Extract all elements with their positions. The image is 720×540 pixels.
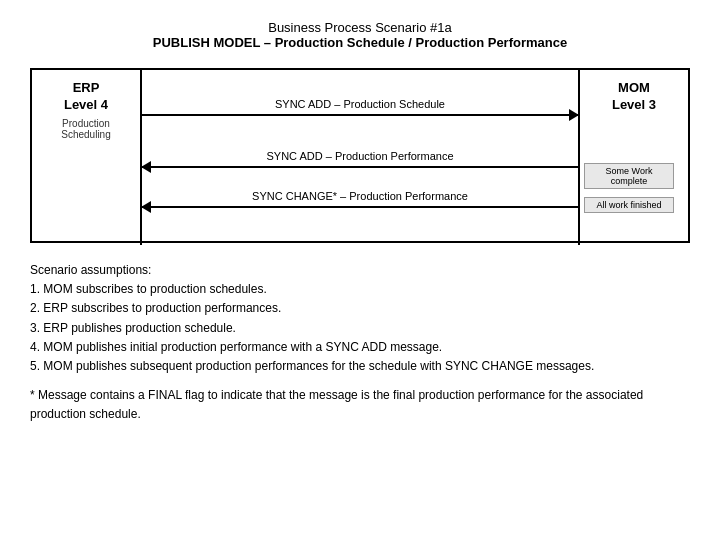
scenario-point-2: 2. ERP subscribes to production performa…: [30, 301, 281, 315]
arrow-row-2: SYNC ADD – Production Performance: [142, 150, 578, 170]
diagram-area: ERPLevel 4 ProductionScheduling MOMLevel…: [30, 68, 690, 243]
arrow2-head: [141, 161, 151, 173]
scenario-point-5: 5. MOM publishes subsequent production p…: [30, 359, 594, 373]
status-badges: Some Work complete All work finished: [578, 70, 688, 245]
scenario-footnote: * Message contains a FINAL flag to indic…: [30, 386, 690, 424]
scenario-point-1: 1. MOM subscribes to production schedule…: [30, 282, 267, 296]
arrow3-label: SYNC CHANGE* – Production Performance: [142, 190, 578, 202]
arrow3-head: [141, 201, 151, 213]
erp-subtitle: ProductionScheduling: [61, 118, 110, 140]
arrow-row-1: SYNC ADD – Production Schedule: [142, 98, 578, 118]
arrow2-line: [142, 166, 578, 168]
badge-some-work: Some Work complete: [584, 163, 674, 189]
middle-area: SYNC ADD – Production Schedule SYNC ADD …: [142, 70, 578, 241]
scenario-text: Scenario assumptions: 1. MOM subscribes …: [30, 261, 690, 425]
erp-box: ERPLevel 4 ProductionScheduling: [32, 70, 142, 245]
title-line2: PUBLISH MODEL – Production Schedule / Pr…: [30, 35, 690, 50]
scenario-heading: Scenario assumptions:: [30, 263, 151, 277]
arrow1-line: [142, 114, 578, 116]
title-section: Business Process Scenario #1a PUBLISH MO…: [30, 20, 690, 50]
title-line1: Business Process Scenario #1a: [30, 20, 690, 35]
scenario-point-3: 3. ERP publishes production schedule.: [30, 321, 236, 335]
scenario-point-4: 4. MOM publishes initial production perf…: [30, 340, 442, 354]
scenario-intro: Scenario assumptions: 1. MOM subscribes …: [30, 261, 690, 376]
badge-all-work: All work finished: [584, 197, 674, 213]
page: Business Process Scenario #1a PUBLISH MO…: [0, 0, 720, 540]
arrow3-line: [142, 206, 578, 208]
arrow1-label: SYNC ADD – Production Schedule: [142, 98, 578, 110]
arrow-row-3: SYNC CHANGE* – Production Performance: [142, 190, 578, 210]
arrow2-label: SYNC ADD – Production Performance: [142, 150, 578, 162]
erp-title: ERPLevel 4: [64, 80, 108, 114]
